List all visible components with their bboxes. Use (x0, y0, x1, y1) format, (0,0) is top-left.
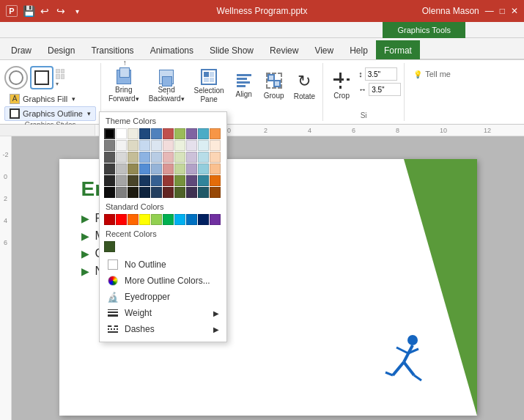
slide-canvas[interactable]: Em...ss Center ▶ Fl... ▶ Multiple TVs ▶ … (12, 136, 524, 420)
theme-color-swatch[interactable] (163, 140, 174, 151)
tab-view[interactable]: View (306, 40, 342, 59)
standard-color-swatch[interactable] (139, 214, 150, 225)
standard-color-swatch[interactable] (104, 214, 115, 225)
align-button[interactable]: Align (229, 65, 259, 108)
theme-color-swatch[interactable] (151, 140, 162, 151)
standard-color-swatch[interactable] (151, 214, 162, 225)
theme-color-swatch[interactable] (198, 152, 209, 163)
theme-color-swatch[interactable] (151, 128, 162, 139)
theme-color-swatch[interactable] (210, 152, 221, 163)
tab-format[interactable]: Format (376, 40, 420, 59)
graphics-fill-button[interactable]: A Graphics Fill ▾ (4, 92, 96, 106)
theme-color-swatch[interactable] (198, 163, 209, 174)
tab-design[interactable]: Design (40, 40, 83, 59)
recent-color-swatch[interactable] (104, 241, 115, 252)
theme-color-swatch[interactable] (174, 187, 185, 198)
theme-color-swatch[interactable] (128, 140, 139, 151)
theme-color-swatch[interactable] (128, 175, 139, 186)
theme-color-swatch[interactable] (186, 152, 197, 163)
theme-color-swatch[interactable] (151, 175, 162, 186)
theme-color-swatch[interactable] (174, 175, 185, 186)
theme-color-swatch[interactable] (163, 152, 174, 163)
theme-color-swatch[interactable] (139, 140, 150, 151)
customize-button[interactable]: ▾ (70, 4, 84, 18)
theme-color-swatch[interactable] (139, 163, 150, 174)
send-backward-button[interactable]: ↓ SendBackward▾ (144, 65, 189, 108)
theme-color-swatch[interactable] (116, 175, 127, 186)
standard-color-swatch[interactable] (116, 214, 127, 225)
theme-color-swatch[interactable] (163, 187, 174, 198)
group-button[interactable]: Group (259, 65, 289, 108)
no-outline-item[interactable]: No Outline (104, 257, 222, 273)
theme-color-swatch[interactable] (104, 152, 115, 163)
theme-color-swatch[interactable] (139, 128, 150, 139)
theme-color-swatch[interactable] (198, 140, 209, 151)
style-round[interactable] (4, 66, 28, 89)
standard-color-swatch[interactable] (186, 214, 197, 225)
theme-color-swatch[interactable] (163, 128, 174, 139)
theme-color-swatch[interactable] (104, 187, 115, 198)
graphics-outline-button[interactable]: Graphics Outline ▾ (4, 106, 96, 121)
theme-color-swatch[interactable] (174, 140, 185, 151)
theme-color-swatch[interactable] (139, 175, 150, 186)
width-input[interactable] (369, 83, 401, 96)
theme-color-swatch[interactable] (210, 163, 221, 174)
more-colors-item[interactable]: More Outline Colors... (104, 273, 222, 289)
theme-color-swatch[interactable] (210, 187, 221, 198)
tab-slideshow[interactable]: Slide Show (202, 40, 262, 59)
theme-color-swatch[interactable] (186, 175, 197, 186)
close-button[interactable]: ✕ (511, 6, 518, 16)
theme-color-swatch[interactable] (210, 175, 221, 186)
theme-color-swatch[interactable] (186, 163, 197, 174)
standard-color-swatch[interactable] (198, 214, 209, 225)
standard-color-swatch[interactable] (210, 214, 221, 225)
theme-color-swatch[interactable] (163, 175, 174, 186)
theme-color-swatch[interactable] (198, 128, 209, 139)
height-input[interactable] (365, 67, 397, 81)
theme-color-swatch[interactable] (128, 152, 139, 163)
theme-color-swatch[interactable] (128, 128, 139, 139)
theme-color-swatch[interactable] (128, 187, 139, 198)
theme-color-swatch[interactable] (139, 187, 150, 198)
theme-color-swatch[interactable] (174, 128, 185, 139)
theme-color-swatch[interactable] (186, 140, 197, 151)
theme-color-swatch[interactable] (186, 128, 197, 139)
theme-color-swatch[interactable] (174, 152, 185, 163)
theme-color-swatch[interactable] (139, 152, 150, 163)
maximize-button[interactable]: □ (500, 6, 505, 16)
theme-color-swatch[interactable] (104, 175, 115, 186)
theme-color-swatch[interactable] (151, 152, 162, 163)
theme-color-swatch[interactable] (116, 140, 127, 151)
tab-draw[interactable]: Draw (3, 40, 40, 59)
standard-color-swatch[interactable] (174, 214, 185, 225)
theme-color-swatch[interactable] (116, 152, 127, 163)
theme-color-swatch[interactable] (210, 140, 221, 151)
tab-transitions[interactable]: Transitions (83, 40, 141, 59)
tab-animations[interactable]: Animations (142, 40, 202, 59)
theme-color-swatch[interactable] (151, 163, 162, 174)
theme-color-swatch[interactable] (104, 163, 115, 174)
standard-color-swatch[interactable] (163, 214, 174, 225)
tab-help[interactable]: Help (342, 40, 376, 59)
style-square[interactable] (30, 66, 53, 89)
eyedropper-item[interactable]: 🔬 Eyedropper (104, 289, 222, 305)
theme-color-swatch[interactable] (116, 187, 127, 198)
rotate-button[interactable]: ↻ Rotate (289, 65, 320, 108)
theme-color-swatch[interactable] (104, 140, 115, 151)
theme-color-swatch[interactable] (210, 128, 221, 139)
theme-color-swatch[interactable] (128, 163, 139, 174)
theme-color-swatch[interactable] (186, 187, 197, 198)
selection-pane-button[interactable]: SelectionPane (190, 65, 229, 108)
bring-forward-button[interactable]: ↑ BringForward▾ (104, 65, 144, 108)
theme-color-swatch[interactable] (163, 163, 174, 174)
minimize-button[interactable]: — (485, 6, 494, 16)
theme-color-swatch[interactable] (198, 175, 209, 186)
save-button[interactable]: 💾 (22, 4, 35, 18)
theme-color-swatch[interactable] (198, 187, 209, 198)
theme-color-swatch[interactable] (104, 128, 115, 139)
dashes-item[interactable]: Dashes ▶ (104, 321, 222, 337)
redo-button[interactable]: ↪ (54, 4, 67, 18)
standard-color-swatch[interactable] (128, 214, 139, 225)
crop-button[interactable]: Crop (326, 65, 357, 108)
undo-button[interactable]: ↩ (38, 4, 51, 18)
